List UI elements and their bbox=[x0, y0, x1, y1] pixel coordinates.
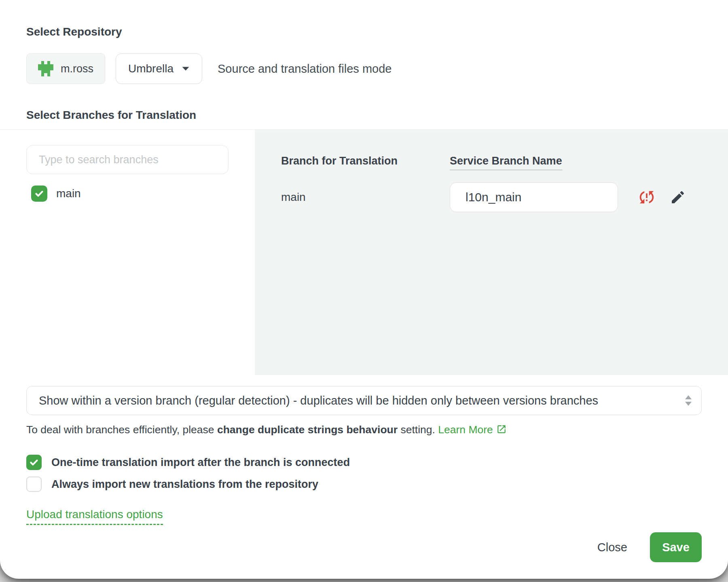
repository-name: m.ross bbox=[61, 63, 93, 75]
learn-more-label: Learn More bbox=[438, 424, 493, 436]
options-section: Show within a version branch (regular de… bbox=[0, 375, 728, 562]
helper-prefix: To deal with branches efficiently, pleas… bbox=[26, 424, 217, 436]
one-time-import-label: One-time translation import after the br… bbox=[51, 456, 350, 469]
helper-bold: change duplicate strings behaviour bbox=[217, 424, 398, 436]
edit-icon bbox=[670, 189, 686, 205]
service-branch-header-row: Branch for Translation Service Branch Na… bbox=[281, 154, 728, 170]
checkmark-icon bbox=[34, 188, 44, 199]
integration-settings-dialog: Select Repository m.ross Umbrella bbox=[0, 0, 728, 579]
sync-problem-button[interactable] bbox=[618, 188, 656, 207]
branch-checkbox[interactable] bbox=[31, 186, 47, 202]
close-button[interactable]: Close bbox=[593, 541, 631, 554]
branch-for-translation-header: Branch for Translation bbox=[281, 154, 450, 168]
edit-service-branch-button[interactable] bbox=[656, 189, 686, 205]
duplicates-helper-text: To deal with branches efficiently, pleas… bbox=[26, 423, 702, 436]
select-branches-title: Select Branches for Translation bbox=[26, 108, 702, 122]
repository-section: Select Repository m.ross Umbrella bbox=[0, 0, 728, 122]
branches-panel: main Branch for Translation Service Bran… bbox=[0, 129, 728, 375]
select-repository-title: Select Repository bbox=[26, 25, 702, 39]
branch-list-pane: main bbox=[0, 130, 255, 375]
always-import-label: Always import new translations from the … bbox=[51, 478, 318, 491]
one-time-import-option[interactable]: One-time translation import after the br… bbox=[26, 454, 702, 471]
repo-avatar-identicon bbox=[38, 61, 53, 76]
service-branch-name-header[interactable]: Service Branch Name bbox=[450, 154, 562, 170]
always-import-option[interactable]: Always import new translations from the … bbox=[26, 476, 702, 493]
translation-branch-name: main bbox=[281, 191, 450, 204]
service-branch-name-header-cell: Service Branch Name bbox=[450, 154, 728, 170]
sync-problem-icon bbox=[637, 188, 656, 207]
import-options: One-time translation import after the br… bbox=[26, 454, 702, 493]
chevron-down-icon bbox=[182, 66, 190, 71]
branch-search-input[interactable] bbox=[26, 145, 229, 174]
repository-chip[interactable]: m.ross bbox=[26, 53, 105, 84]
service-branch-pane: Branch for Translation Service Branch Na… bbox=[255, 130, 728, 375]
dialog-footer: Close Save bbox=[26, 532, 702, 562]
helper-suffix: setting. bbox=[398, 424, 438, 436]
select-arrows-icon bbox=[684, 395, 692, 406]
external-link-icon bbox=[496, 424, 507, 434]
repository-row: m.ross Umbrella Source and translation f… bbox=[26, 53, 702, 84]
one-time-import-checkbox[interactable] bbox=[26, 455, 42, 470]
service-branch-name-input[interactable] bbox=[450, 182, 618, 212]
branch-list-item-main[interactable]: main bbox=[26, 186, 229, 202]
files-mode-label: Source and translation files mode bbox=[218, 62, 392, 76]
save-button[interactable]: Save bbox=[650, 532, 702, 562]
dropdown-selected-value: Umbrella bbox=[128, 62, 174, 75]
duplicate-strings-select[interactable]: Show within a version branch (regular de… bbox=[26, 386, 702, 415]
duplicate-strings-selected-option: Show within a version branch (regular de… bbox=[39, 394, 675, 407]
checkmark-icon bbox=[29, 457, 39, 468]
learn-more-link[interactable]: Learn More bbox=[438, 424, 507, 436]
repository-branch-dropdown[interactable]: Umbrella bbox=[116, 53, 202, 84]
upload-translations-options-link[interactable]: Upload translations options bbox=[26, 508, 163, 525]
service-branch-row: main bbox=[281, 182, 728, 212]
branch-name-label: main bbox=[56, 187, 81, 200]
always-import-checkbox[interactable] bbox=[26, 477, 42, 492]
service-branch-cell bbox=[450, 182, 728, 212]
